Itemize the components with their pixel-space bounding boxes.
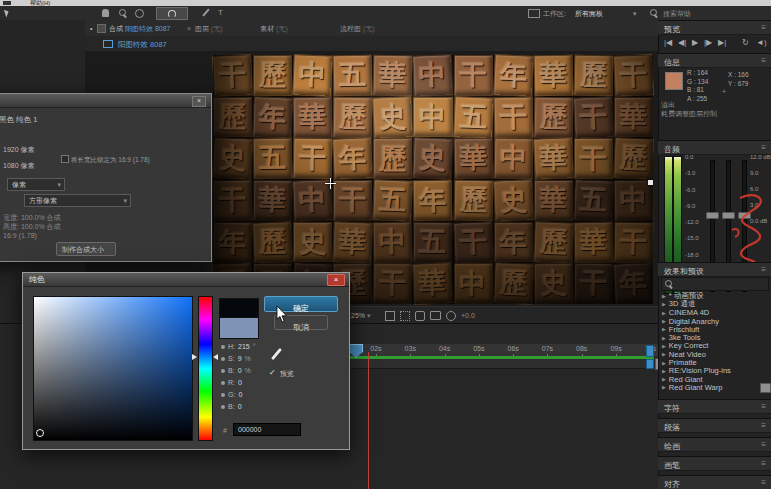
color-picker-title-bar[interactable]: 纯色 × <box>23 273 349 287</box>
close-icon[interactable]: × <box>192 96 206 107</box>
make-comp-size-button[interactable]: 制作合成大小 <box>56 242 116 256</box>
color-value-row[interactable]: H: 215 ° <box>221 343 256 350</box>
selected-tool-box[interactable] <box>156 7 188 20</box>
pixel-aspect-dropdown[interactable]: 方形像素 ▾ <box>24 194 131 207</box>
radio-dot[interactable] <box>221 345 225 349</box>
selection-tool-icon[interactable] <box>4 9 10 18</box>
exposure-control[interactable]: +0.0 <box>461 312 475 320</box>
preview-check-icon[interactable]: ✓ <box>269 369 276 378</box>
loop-icon[interactable]: ↻ <box>742 38 749 47</box>
radio-dot[interactable] <box>221 381 225 385</box>
solid-settings-title-bar[interactable]: × <box>0 94 211 108</box>
hue-slider-marker-left[interactable] <box>192 354 197 360</box>
color-value-row[interactable]: S: 9 % <box>221 355 256 362</box>
paragraph-panel-menu-icon[interactable]: ≡ <box>761 421 766 430</box>
expand-triangle-icon[interactable]: ▶ <box>662 301 666 307</box>
speaker-icon[interactable]: ◄) <box>756 38 767 47</box>
resolution-icon[interactable] <box>446 311 456 321</box>
lock-aspect-checkbox[interactable] <box>61 155 69 163</box>
hex-input[interactable]: 000000 <box>233 423 301 436</box>
brushes-panel-menu-icon[interactable]: ≡ <box>761 459 766 468</box>
solid-height-value[interactable]: 1080 像素 <box>3 162 35 170</box>
color-value-row[interactable]: G: 0 <box>221 391 256 398</box>
expand-triangle-icon[interactable]: ▶ <box>662 368 666 374</box>
tab-flowchart[interactable]: 流程图 (无) <box>340 25 375 33</box>
prev-frame-button[interactable]: ◀| <box>678 38 686 47</box>
color-value-row[interactable]: R: 0 <box>221 379 256 386</box>
zoom-tool-icon[interactable] <box>119 9 126 16</box>
color-value-row[interactable]: B: 0 <box>221 403 256 410</box>
expand-triangle-icon[interactable]: ▶ <box>662 360 666 366</box>
brushes-panel-header[interactable]: 画笔 ≡ <box>658 456 771 471</box>
layer-handle-right[interactable] <box>648 180 653 185</box>
magnification-dropdown[interactable]: 25% ▾ <box>351 312 370 320</box>
tab-layer[interactable]: 图层 (无) <box>190 25 223 33</box>
ruler-icon[interactable] <box>400 311 410 321</box>
expand-triangle-icon[interactable]: ▶ <box>662 384 666 390</box>
paragraph-panel-header[interactable]: 段落 ≡ <box>658 418 771 433</box>
expand-triangle-icon[interactable]: ▶ <box>662 310 666 316</box>
orbit-tool-icon[interactable] <box>135 9 144 18</box>
color-field[interactable] <box>33 296 193 441</box>
type-tool-icon[interactable]: T <box>218 9 223 18</box>
solid-name-value[interactable]: 黑色 纯色 1 <box>0 116 37 124</box>
current-time-indicator-line[interactable] <box>368 352 369 489</box>
workspace-value[interactable]: 所有面板 <box>575 10 603 18</box>
eyedropper-icon[interactable] <box>271 348 282 361</box>
search-help-input[interactable]: 搜索帮助 <box>663 10 691 18</box>
radio-dot[interactable] <box>221 405 225 409</box>
audio-panel-header[interactable]: 音频 ≡ <box>658 140 771 155</box>
comp-tab-kind[interactable]: 合成 <box>109 25 123 33</box>
workspace-dropdown-arrow[interactable]: ▾ <box>633 10 637 18</box>
comp-tab-name[interactable]: 阳图特效 8087 <box>125 25 171 33</box>
audio-panel-menu-icon[interactable]: ≡ <box>761 143 766 152</box>
paint-panel-menu-icon[interactable]: ≡ <box>761 440 766 449</box>
expand-triangle-icon[interactable]: ▶ <box>662 376 666 382</box>
close-icon[interactable]: × <box>327 274 345 286</box>
work-area-end-marker[interactable] <box>646 345 654 357</box>
effects-search-box[interactable] <box>661 277 769 291</box>
info-panel-header[interactable]: 信息 ≡ <box>658 53 771 68</box>
expand-triangle-icon[interactable]: ▶ <box>662 343 666 349</box>
hue-slider[interactable] <box>198 296 213 441</box>
play-button[interactable]: ▶ <box>692 38 698 47</box>
camera-icon[interactable] <box>430 311 441 320</box>
effects-list-item[interactable]: ▶ Red Giant Warp <box>658 383 768 391</box>
preview-checkbox-label[interactable]: 预览 <box>280 370 294 378</box>
radio-dot[interactable] <box>221 393 225 397</box>
pen-tool-icon[interactable] <box>202 8 209 16</box>
align-panel-header[interactable]: 对齐 ≡ <box>658 475 771 489</box>
color-value-row[interactable]: B: 0 % <box>221 367 256 374</box>
align-panel-menu-icon[interactable]: ≡ <box>761 478 766 487</box>
expand-triangle-icon[interactable]: ▶ <box>662 293 666 299</box>
character-panel-header[interactable]: 字符 ≡ <box>658 399 771 414</box>
expand-triangle-icon[interactable]: ▶ <box>662 318 666 324</box>
region-of-interest-icon[interactable] <box>415 311 425 321</box>
hue-slider-marker-right[interactable] <box>213 354 218 360</box>
radio-dot[interactable] <box>221 369 225 373</box>
expand-triangle-icon[interactable]: ▶ <box>662 351 666 357</box>
hand-tool-icon[interactable] <box>102 9 109 17</box>
expand-triangle-icon[interactable]: ▶ <box>662 326 666 332</box>
last-frame-button[interactable]: ▶| <box>718 38 726 47</box>
navigator-comp-name[interactable]: 阳图特效 8087 <box>118 41 167 49</box>
color-field-cursor[interactable] <box>36 429 44 437</box>
paint-panel-header[interactable]: 绘画 ≡ <box>658 437 771 452</box>
effects-scrollbar-grip[interactable] <box>760 383 771 393</box>
work-area-end-handle[interactable] <box>646 359 654 369</box>
preview-panel-menu-icon[interactable]: ≡ <box>761 23 766 32</box>
effects-panel-header[interactable]: 效果和预设 ≡ <box>658 262 771 277</box>
next-frame-button[interactable]: |▶ <box>704 38 712 47</box>
radio-dot[interactable] <box>221 357 225 361</box>
first-frame-button[interactable]: |◀ <box>664 38 672 47</box>
tab-footage[interactable]: 素材 (无) <box>260 25 288 33</box>
character-panel-menu-icon[interactable]: ≡ <box>761 402 766 411</box>
units-dropdown[interactable]: 像素 ▾ <box>7 178 65 191</box>
effects-panel-menu-icon[interactable]: ≡ <box>761 265 766 274</box>
preview-panel-header[interactable]: 预览 ≡ <box>658 20 771 35</box>
layer-anchor-point[interactable] <box>325 178 336 189</box>
expand-triangle-icon[interactable]: ▶ <box>662 335 666 341</box>
solid-width-value[interactable]: 1920 像素 <box>3 146 35 154</box>
grid-guides-icon[interactable] <box>385 311 395 321</box>
info-panel-menu-icon[interactable]: ≡ <box>761 56 766 65</box>
